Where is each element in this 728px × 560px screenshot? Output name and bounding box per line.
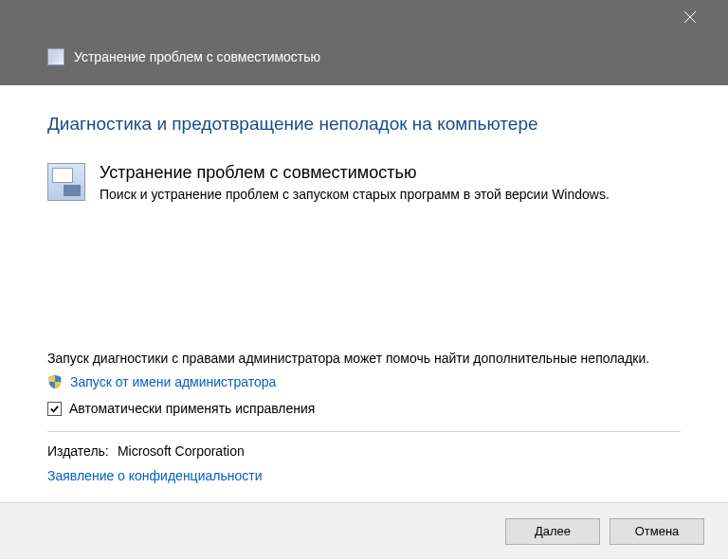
auto-fix-row: Автоматически применять исправления (47, 401, 681, 416)
publisher-label: Издатель: (47, 443, 114, 459)
titlebar: Устранение проблем с совместимостью (0, 0, 728, 85)
admin-section: Запуск диагностики с правами администрат… (47, 350, 681, 389)
auto-fix-checkbox[interactable] (47, 402, 62, 416)
publisher-value: Microsoft Corporation (118, 443, 245, 459)
compatibility-icon (47, 163, 85, 201)
auto-fix-label: Автоматически применять исправления (69, 401, 315, 416)
titlebar-controls (0, 0, 728, 33)
next-button[interactable]: Далее (505, 518, 600, 545)
main-text: Устранение проблем с совместимостью Поис… (100, 163, 610, 202)
admin-link-text: Запуск от имени администратора (70, 374, 276, 389)
admin-text: Запуск диагностики с правами администрат… (47, 350, 681, 369)
checkmark-icon (49, 404, 60, 414)
close-icon (684, 11, 696, 23)
main-description: Поиск и устранение проблем с запуском ст… (100, 187, 610, 202)
footer: Далее Отмена (0, 502, 728, 559)
page-heading: Диагностика и предотвращение неполадок н… (47, 114, 681, 135)
privacy-link[interactable]: Заявление о конфиденциальности (47, 468, 681, 483)
cancel-button[interactable]: Отмена (610, 518, 704, 545)
content-area: Диагностика и предотвращение неполадок н… (0, 85, 728, 502)
main-title: Устранение проблем с совместимостью (100, 163, 610, 183)
troubleshoot-icon (47, 48, 64, 65)
shield-icon (47, 374, 63, 389)
divider (47, 431, 681, 432)
publisher-row: Издатель: Microsoft Corporation (47, 443, 681, 459)
run-as-admin-link[interactable]: Запуск от имени администратора (47, 374, 681, 389)
titlebar-content: Устранение проблем с совместимостью (0, 33, 728, 81)
window-title: Устранение проблем с совместимостью (74, 49, 320, 64)
close-button[interactable] (671, 3, 709, 31)
main-section: Устранение проблем с совместимостью Поис… (47, 163, 681, 202)
